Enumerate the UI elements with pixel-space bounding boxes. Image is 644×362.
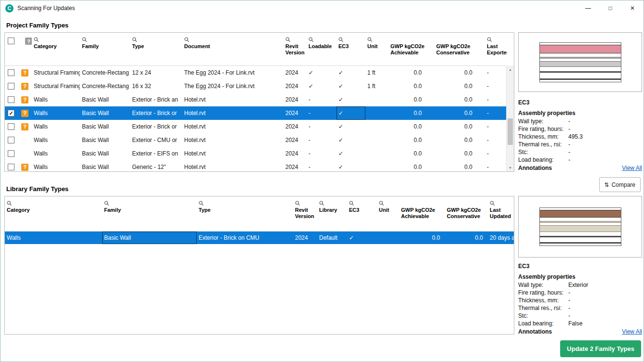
column-header-gwp-achievable[interactable]: GWP kgCO2e Achievable <box>389 33 434 65</box>
column-header-ec3[interactable]: EC3 <box>347 196 377 231</box>
row-checkbox[interactable] <box>8 137 14 143</box>
row-checkbox[interactable] <box>8 150 14 157</box>
checkbox-cell[interactable]: ✓ <box>5 106 18 120</box>
column-label: GWP kgCO2e Achievable <box>390 43 433 56</box>
row-checkbox[interactable]: ✓ <box>8 110 14 116</box>
row-checkbox[interactable] <box>8 96 14 103</box>
table-row[interactable]: WallsBasic WallExterior - Brick on CMU20… <box>5 232 514 244</box>
checkbox-cell[interactable] <box>5 79 18 93</box>
search-icon[interactable] <box>367 36 373 41</box>
search-icon[interactable] <box>285 36 291 41</box>
project-table-body: ?Structural FramingConcrete-Rectang12 x … <box>5 66 514 172</box>
property-value: 495.3 <box>568 133 583 141</box>
row-checkbox[interactable] <box>8 164 14 170</box>
search-icon[interactable] <box>309 36 314 41</box>
checkbox-cell[interactable] <box>5 120 18 133</box>
column-header-revit-version[interactable]: Revit Version <box>283 33 307 65</box>
compare-button[interactable]: ⇅ Compare <box>599 177 641 192</box>
column-header-gwp-conservative[interactable]: GWP kgCO2e Conservative <box>445 196 488 231</box>
column-header-family[interactable]: Family <box>80 33 130 65</box>
vertical-scrollbar[interactable]: ▲ ▼ <box>506 65 514 171</box>
search-icon[interactable] <box>319 199 324 205</box>
property-value: - <box>568 304 570 312</box>
column-header-gwp-achievable[interactable]: GWP kgCO2e Achievable <box>399 196 445 231</box>
search-icon[interactable] <box>82 36 87 41</box>
select-all-checkbox[interactable] <box>8 38 14 44</box>
view-all-link[interactable]: View All <box>622 327 642 336</box>
table-row[interactable]: ?Structural FramingConcrete-Rectang16 x … <box>5 79 514 93</box>
row-checkbox[interactable] <box>8 83 14 90</box>
column-header-last-updated[interactable]: Last Updated <box>488 196 514 231</box>
table-row[interactable]: ✓?WallsBasic WallExterior - Brick orHote… <box>5 106 514 120</box>
minimize-button[interactable]: — <box>577 0 599 16</box>
table-row[interactable]: ?WallsBasic WallExterior - Brick anHotel… <box>5 93 514 106</box>
column-header-category[interactable]: Category <box>32 33 80 65</box>
project-wall-assembly-preview <box>518 32 642 92</box>
property-value: - <box>568 297 570 304</box>
search-icon[interactable] <box>7 199 12 205</box>
app-logo-icon: C <box>5 4 13 13</box>
search-icon[interactable] <box>184 36 189 41</box>
table-row[interactable]: WallsBasic WallExterior - CMU orHotel.rv… <box>5 133 514 147</box>
maximize-button[interactable]: □ <box>599 0 621 16</box>
search-icon[interactable] <box>132 36 137 41</box>
checkbox-cell[interactable] <box>5 147 18 160</box>
column-header-type[interactable]: Type <box>197 196 293 231</box>
scroll-up-icon[interactable]: ▲ <box>507 65 514 73</box>
column-header-document[interactable]: Document <box>182 33 283 65</box>
property-row: Thickness, mm:495.3 <box>518 133 642 141</box>
checkbox-cell[interactable] <box>5 133 18 147</box>
row-checkbox[interactable] <box>8 123 14 130</box>
search-icon[interactable] <box>487 36 492 41</box>
checkbox-cell[interactable] <box>5 93 18 106</box>
cell-revit-version: 2024 <box>283 147 307 160</box>
column-header-ec3[interactable]: EC3 <box>336 33 365 65</box>
search-icon[interactable] <box>34 36 39 41</box>
view-all-link[interactable]: View All <box>622 164 642 172</box>
row-checkbox[interactable] <box>8 69 14 76</box>
scroll-down-icon[interactable]: ▼ <box>507 164 514 171</box>
cell-loadable: - <box>307 120 336 133</box>
cell-last-exported: - <box>485 93 507 106</box>
column-header-last-exported[interactable]: Last Exported <box>485 33 507 65</box>
column-label: Revit Version <box>285 43 306 56</box>
property-row: Load bearing:False <box>518 320 642 327</box>
select-all-header-cell[interactable] <box>5 33 18 65</box>
search-icon[interactable] <box>349 199 354 205</box>
cell-last-exported: - <box>485 106 507 120</box>
property-value: - <box>568 141 570 148</box>
close-button[interactable]: ✕ <box>621 0 644 16</box>
table-row[interactable]: ?WallsBasic WallGeneric - 12"Hotel.rvt20… <box>5 160 514 172</box>
update-family-types-button[interactable]: Update 2 Family Types <box>560 340 641 357</box>
cell-gwp-conservative: 0.0 <box>434 106 485 120</box>
search-icon[interactable] <box>104 199 109 205</box>
column-header-family[interactable]: Family <box>102 196 197 231</box>
project-detail-panel: EC3 Assembly properties Wall type:-Fire … <box>518 99 642 172</box>
search-icon[interactable] <box>199 199 204 205</box>
question-flag-icon: ? <box>21 69 28 77</box>
cell-type: Exterior - Brick an <box>130 93 182 106</box>
column-header-type[interactable]: Type <box>130 33 182 65</box>
column-label: Revit Version <box>295 207 316 220</box>
column-header-gwp-conservative[interactable]: GWP kgCO2e Conservative <box>434 33 485 65</box>
table-row[interactable]: WallsBasic WallExterior - EIFS onHotel.r… <box>5 147 514 160</box>
checkbox-cell[interactable] <box>5 160 18 172</box>
search-icon[interactable] <box>379 199 384 205</box>
cell-ec3: ✓ <box>336 66 365 79</box>
window-controls: — □ ✕ <box>577 0 644 16</box>
column-header-revit-version[interactable]: Revit Version <box>293 196 317 231</box>
scrollbar-thumb[interactable] <box>508 118 513 145</box>
column-header-unit[interactable]: Unit <box>365 33 389 65</box>
search-icon[interactable] <box>490 199 495 205</box>
checkbox-cell[interactable] <box>5 66 18 79</box>
search-icon[interactable] <box>295 199 300 205</box>
table-row[interactable]: ?Structural FramingConcrete-Rectang12 x … <box>5 66 514 79</box>
column-header-unit[interactable]: Unit <box>377 196 399 231</box>
table-row[interactable]: ?WallsBasic WallExterior - Brick orHotel… <box>5 120 514 133</box>
column-header-loadable[interactable]: Loadable <box>307 33 336 65</box>
cell-gwp-achievable: 0.0 <box>389 133 434 147</box>
column-header-library[interactable]: Library <box>317 196 347 231</box>
search-icon[interactable] <box>338 36 344 41</box>
property-label: Load bearing: <box>518 156 568 164</box>
column-header-category[interactable]: Category <box>5 196 102 231</box>
